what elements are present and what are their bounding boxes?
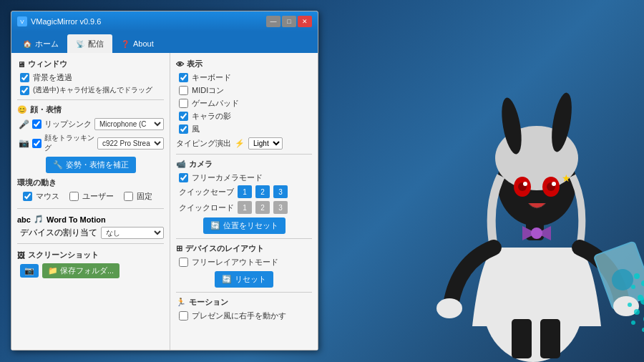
- folder-button[interactable]: 📁 保存フォルダ...: [42, 263, 119, 278]
- svg-point-36: [631, 321, 635, 325]
- tab-streaming-label: 配信: [88, 39, 104, 49]
- tab-about[interactable]: ❓ About: [112, 34, 162, 53]
- check-user[interactable]: [69, 192, 79, 201]
- about-icon: ❓: [121, 40, 130, 48]
- maximize-button[interactable]: □: [282, 16, 296, 27]
- face-tracking-label: 顔をトラッキング: [44, 133, 94, 153]
- tab-home-label: ホーム: [35, 39, 59, 49]
- tab-streaming[interactable]: 📡 配信: [67, 34, 112, 53]
- lip-sync-label: リップシンク: [44, 119, 92, 129]
- screenshot-icon: 🖼: [17, 251, 25, 260]
- nav-tabs: 🏠 ホーム 📡 配信 ❓ About: [11, 31, 318, 53]
- check-sound[interactable]: [20, 73, 29, 82]
- face-icon: 😊: [17, 105, 27, 114]
- reset-icon-2: 🔄: [222, 275, 232, 284]
- movement-checks: マウス ユーザー 固定: [17, 191, 164, 204]
- wtm-icon-2: 🎵: [34, 215, 44, 224]
- lip-sync-check[interactable]: [32, 119, 42, 129]
- reset-button[interactable]: 🔄 リセット: [215, 271, 273, 288]
- check-free-camera[interactable]: [179, 173, 188, 182]
- adjust-button[interactable]: 🔧 姿勢・表情を補正: [46, 157, 136, 173]
- streaming-icon: 📡: [76, 40, 84, 48]
- display-section-header: 👁 表示: [176, 59, 312, 69]
- device-assign-select[interactable]: なし: [101, 227, 164, 239]
- check-wind[interactable]: [179, 124, 188, 134]
- motion-section-header: 🏃 モーション: [176, 297, 312, 308]
- quicksave-btn-1[interactable]: 1: [238, 185, 252, 198]
- divider-1: [17, 99, 164, 100]
- check-wind-label: 風: [192, 124, 200, 134]
- camera-screenshot-button[interactable]: 📷: [20, 264, 39, 278]
- check-motion-hand-label: プレゼン風に右手を動かす: [192, 310, 286, 321]
- tab-home[interactable]: 🏠 ホーム: [14, 34, 67, 53]
- device-layout-header: ⊞ デバイスのレイアウト: [176, 243, 312, 254]
- check-motion-hand[interactable]: [179, 311, 188, 321]
- check-fixed[interactable]: [124, 192, 133, 201]
- lip-sync-select[interactable]: Microphone (C: [94, 118, 164, 130]
- check-drag[interactable]: [20, 86, 29, 95]
- quickload-btn-1[interactable]: 1: [238, 201, 252, 214]
- check-fixed-row: 固定: [121, 191, 152, 202]
- typing-row: タイピング演出 ⚡ Light: [176, 137, 312, 150]
- reset-position-button[interactable]: 🔄 位置をリセット: [203, 217, 286, 234]
- check-mouse[interactable]: [23, 192, 32, 201]
- tab-about-label: About: [133, 39, 154, 48]
- face-tracking-row: 📷 顔をトラッキング c922 Pro Strea: [17, 133, 164, 153]
- character-area: ★: [308, 0, 644, 362]
- check-user-row: ユーザー: [67, 191, 114, 202]
- face-tracking-select[interactable]: c922 Pro Strea: [97, 137, 164, 150]
- adjust-icon: 🔧: [53, 160, 63, 170]
- check-keyboard[interactable]: [179, 73, 188, 82]
- adjust-btn-container: 🔧 姿勢・表情を補正: [17, 157, 164, 173]
- check-mouse-label: マウス: [36, 191, 59, 202]
- check-mouse-row: マウス: [20, 191, 59, 202]
- left-panel: 🖥 ウィンドウ 背景を透過 (透過中)キャラ付近を掴んでドラッグ 😊 顔・表情 …: [11, 53, 170, 350]
- check-char-shadow-label: キャラの影: [192, 111, 231, 122]
- check-motion-hand-row: プレゼン風に右手を動かす: [176, 310, 312, 321]
- svg-point-20: [634, 273, 640, 279]
- quicksave-btn-3[interactable]: 3: [273, 185, 288, 198]
- svg-rect-16: [512, 319, 532, 358]
- mic-icon: 🎤: [19, 119, 29, 129]
- wtm-header: abc 🎵 Word To Motion: [17, 215, 164, 224]
- device-layout-section: ⊞ デバイスのレイアウト フリーレイアウトモード 🔄 リセット: [176, 243, 312, 288]
- check-user-label: ユーザー: [82, 191, 114, 202]
- typing-label: タイピング演出: [176, 138, 231, 149]
- screenshot-section-header: 🖼 スクリーンショット: [17, 250, 164, 260]
- check-gamepad[interactable]: [179, 99, 188, 108]
- close-button[interactable]: ✕: [298, 16, 312, 27]
- face-tracking-check[interactable]: [32, 139, 42, 148]
- minimize-button[interactable]: —: [266, 16, 280, 27]
- check-keyboard-row: キーボード: [176, 72, 312, 83]
- quicksave-label: クイックセーブ: [179, 187, 234, 197]
- app-window: V VMagicMirror v0.9.6 — □ ✕ 🏠 ホーム 📡 配信 ❓…: [11, 11, 318, 351]
- camera-icon: 📷: [19, 138, 29, 148]
- reset-position-container: 🔄 位置をリセット: [176, 217, 312, 234]
- check-free-layout[interactable]: [179, 258, 188, 267]
- svg-point-33: [634, 309, 640, 315]
- window-controls: — □ ✕: [266, 16, 312, 27]
- quickload-btn-2[interactable]: 2: [255, 201, 270, 214]
- typing-select[interactable]: Light: [248, 137, 283, 150]
- quicksave-btn-2[interactable]: 2: [255, 185, 270, 198]
- quickload-label: クイックロード: [179, 202, 234, 213]
- check-free-camera-row: フリーカメラモード: [176, 172, 312, 183]
- divider-right-1: [176, 154, 312, 155]
- check-midi[interactable]: [179, 86, 188, 95]
- wtm-icon-1: abc: [17, 215, 31, 224]
- check-drag-row: (透過中)キャラ付近を掴んでドラッグ: [17, 85, 164, 95]
- face-section-header: 😊 顔・表情: [17, 104, 164, 115]
- content-area: 🖥 ウィンドウ 背景を透過 (透過中)キャラ付近を掴んでドラッグ 😊 顔・表情 …: [11, 53, 318, 350]
- svg-point-11: [552, 182, 556, 186]
- svg-point-23: [631, 285, 635, 289]
- check-free-layout-row: フリーレイアウトモード: [176, 257, 312, 268]
- check-char-shadow[interactable]: [179, 112, 188, 121]
- quickload-btn-3[interactable]: 3: [273, 201, 288, 214]
- quicksave-row: クイックセーブ 1 2 3: [176, 185, 312, 198]
- divider-right-2: [176, 238, 312, 239]
- character-svg: ★: [401, 4, 644, 362]
- folder-icon: 📁: [48, 266, 58, 275]
- svg-point-30: [628, 303, 632, 307]
- camera-section-icon: 📹: [176, 160, 186, 169]
- screenshot-row: 📷 📁 保存フォルダ...: [17, 263, 164, 278]
